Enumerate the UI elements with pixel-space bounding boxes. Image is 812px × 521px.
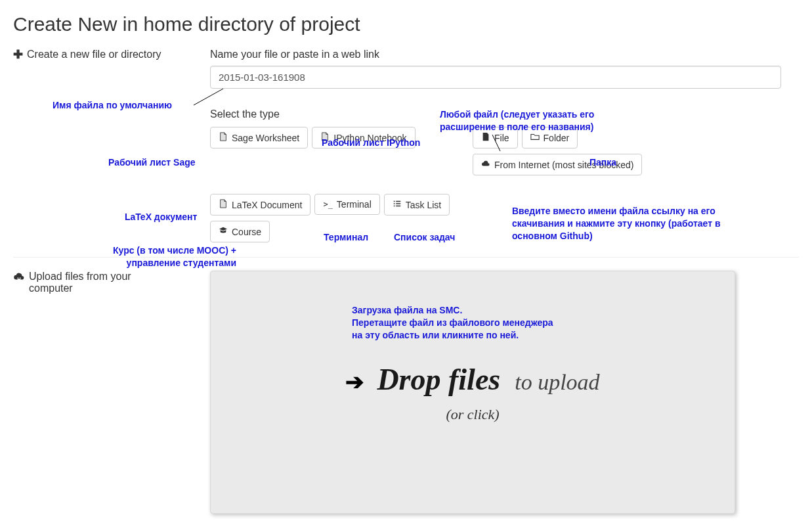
- annotation-latex: LaTeX документ: [125, 211, 197, 223]
- upload-section-head: Upload files from your computer: [13, 271, 203, 294]
- upload-section-label: Upload files from your computer: [29, 271, 173, 294]
- annotation-tasklist: Список задач: [394, 231, 455, 244]
- cloud-icon: [481, 159, 490, 170]
- annotation-internet: Введите вместо имени файла ссылку на его…: [512, 205, 735, 242]
- annotation-upload: Загрузка файла на SMC. Перетащите файл и…: [352, 304, 588, 342]
- course-button[interactable]: Course: [210, 221, 270, 242]
- latex-document-button[interactable]: LaTeX Document: [210, 194, 310, 215]
- annotation-default-name: Имя файла по умолчанию: [53, 99, 172, 112]
- file-icon: [481, 132, 490, 143]
- annotation-terminal: Терминал: [324, 231, 368, 244]
- upload-row: Upload files from your computer Загрузка…: [13, 271, 799, 514]
- create-section-head: ✚ Create a new file or directory: [13, 49, 203, 60]
- document-icon: [219, 132, 228, 143]
- terminal-button[interactable]: >_ Terminal: [314, 194, 379, 215]
- annotation-course: Курс (в том числе MOOC) + управление сту…: [79, 244, 236, 269]
- annotation-sage: Рабочий лист Sage: [108, 156, 196, 169]
- filename-input[interactable]: [210, 66, 781, 89]
- sage-worksheet-button[interactable]: Sage Worksheet: [210, 127, 308, 148]
- list-icon: [393, 199, 402, 210]
- folder-icon: [530, 132, 540, 143]
- cloud-upload-icon: [13, 271, 25, 285]
- annotation-any-file: Любой файл (следует указать его расширен…: [440, 108, 650, 133]
- name-label: Name your file or paste in a web link: [210, 49, 799, 60]
- dropzone-main-text: Drop files: [377, 362, 500, 397]
- dropzone-or-text: (or click): [446, 406, 499, 423]
- terminal-icon: >_: [323, 200, 332, 209]
- page-container: Create New in home directory of project …: [13, 13, 799, 514]
- dropzone[interactable]: Загрузка файла на SMC. Перетащите файл и…: [210, 271, 735, 514]
- plus-icon: ✚: [13, 49, 23, 60]
- page-title: Create New in home directory of project: [13, 13, 799, 35]
- create-section-label: Create a new file or directory: [27, 49, 161, 60]
- arrow-right-icon: ➔: [345, 369, 364, 395]
- dropzone-sub-text: to upload: [515, 370, 599, 395]
- graduation-cap-icon: [219, 226, 228, 237]
- annotation-ipython: Рабочий лист IPython: [322, 137, 420, 149]
- from-internet-button[interactable]: From Internet (most sites blocked): [473, 154, 642, 175]
- document-icon: [219, 199, 228, 210]
- annotation-folder: Папка: [589, 156, 616, 169]
- tasklist-button[interactable]: Task List: [384, 194, 450, 215]
